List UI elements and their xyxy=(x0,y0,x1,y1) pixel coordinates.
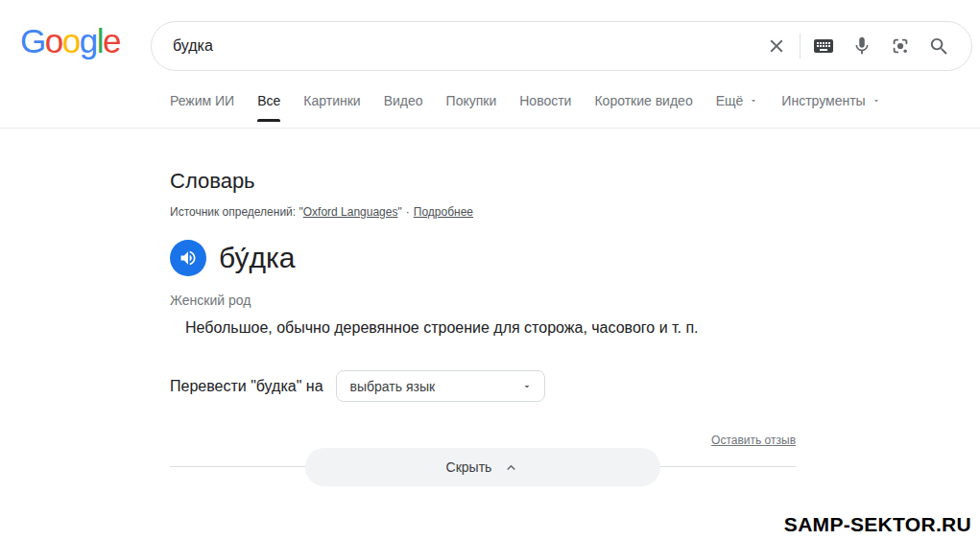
logo-letter: o xyxy=(62,22,80,59)
tab-news[interactable]: Новости xyxy=(519,93,571,122)
feedback-link[interactable]: Оставить отзыв xyxy=(711,434,796,447)
tab-all[interactable]: Все xyxy=(257,93,280,122)
separator-dot: · xyxy=(406,205,410,219)
tab-tools[interactable]: Инструменты xyxy=(781,93,880,122)
translate-row: Перевести "будка" на выбрать язык xyxy=(170,370,545,402)
search-icon xyxy=(928,35,950,58)
collapse-button[interactable]: Скрыть xyxy=(305,448,660,486)
speaker-icon xyxy=(179,248,198,268)
tab-label: Ещё xyxy=(716,93,744,108)
google-logo[interactable]: Google xyxy=(20,24,120,58)
watermark-text: SAMP-SEKTOR.RU xyxy=(784,513,971,536)
caret-down-icon xyxy=(521,381,533,392)
caret-down-icon xyxy=(872,96,881,106)
learn-more-link[interactable]: Подробнее xyxy=(414,205,473,219)
tab-shopping[interactable]: Покупки xyxy=(446,93,497,122)
tab-label: Инструменты xyxy=(781,93,865,108)
microphone-icon xyxy=(851,35,872,57)
source-prefix: Источник определений: " xyxy=(170,205,303,219)
language-select-value: выбрать язык xyxy=(350,379,521,394)
definition-source-line: Источник определений: "Oxford Languages"… xyxy=(170,205,473,219)
logo-letter: e xyxy=(103,22,120,59)
source-suffix: " xyxy=(397,205,401,219)
keyboard-button[interactable] xyxy=(804,27,843,65)
keyboard-icon xyxy=(812,35,835,58)
tab-ai-mode[interactable]: Режим ИИ xyxy=(170,93,234,122)
language-select[interactable]: выбрать язык xyxy=(336,370,545,402)
results-tabs: Режим ИИ Все Картинки Видео Покупки Ново… xyxy=(170,93,881,122)
tab-label: Картинки xyxy=(303,93,360,108)
logo-letter: g xyxy=(80,22,97,59)
tab-label: Режим ИИ xyxy=(170,93,234,108)
tab-label: Все xyxy=(257,93,280,108)
clear-search-button[interactable] xyxy=(757,27,796,65)
search-submit-button[interactable] xyxy=(920,27,958,65)
tab-more[interactable]: Ещё xyxy=(716,93,759,122)
definition-text: Небольшое, обычно деревянное строение дл… xyxy=(185,319,699,337)
collapse-row: Скрыть xyxy=(170,448,796,486)
tab-label: Короткие видео xyxy=(594,93,692,108)
logo-letter: o xyxy=(45,22,62,59)
gender-label: Женский род xyxy=(170,293,251,308)
search-bar-divider xyxy=(800,34,801,59)
chevron-up-icon xyxy=(503,459,519,476)
dictionary-title: Словарь xyxy=(170,169,255,194)
lens-search-button[interactable] xyxy=(881,27,920,65)
search-bar[interactable] xyxy=(151,21,972,71)
search-input[interactable] xyxy=(171,36,757,56)
tab-label: Новости xyxy=(519,93,571,108)
header-divider xyxy=(0,128,980,129)
tab-videos[interactable]: Видео xyxy=(384,93,423,122)
tab-short-videos[interactable]: Короткие видео xyxy=(594,93,692,122)
logo-letter: G xyxy=(20,22,45,59)
voice-search-button[interactable] xyxy=(843,27,881,65)
tab-images[interactable]: Картинки xyxy=(303,93,360,122)
translate-label: Перевести "будка" на xyxy=(170,378,323,395)
collapse-label: Скрыть xyxy=(446,459,492,475)
google-search-results-page: Google xyxy=(0,0,980,540)
word-row: бу́дка xyxy=(170,240,296,276)
oxford-languages-link[interactable]: Oxford Languages xyxy=(303,205,398,219)
tab-label: Видео xyxy=(384,93,423,108)
caret-down-icon xyxy=(749,96,758,106)
tab-label: Покупки xyxy=(446,93,497,108)
pronounce-button[interactable] xyxy=(170,240,206,276)
headword: бу́дка xyxy=(219,242,296,274)
dictionary-card: Словарь Источник определений: "Oxford La… xyxy=(170,161,796,506)
lens-icon xyxy=(890,35,911,57)
close-icon xyxy=(766,35,787,57)
feedback-row: Оставить отзыв xyxy=(711,434,796,447)
